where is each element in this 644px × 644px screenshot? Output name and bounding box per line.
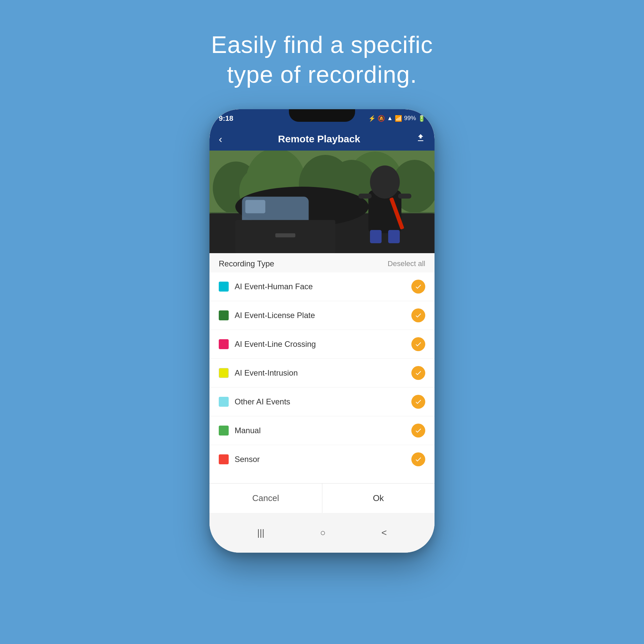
camera-thumbnail bbox=[209, 151, 435, 253]
ok-button[interactable]: Ok bbox=[322, 483, 435, 513]
page-title: Remote Playback bbox=[278, 133, 360, 145]
recording-type-label: Recording Type bbox=[219, 259, 274, 268]
check-line-crossing[interactable] bbox=[411, 337, 425, 351]
svg-rect-11 bbox=[245, 200, 265, 213]
list-item[interactable]: Other AI Events bbox=[209, 388, 435, 416]
mute-icon: 🔕 bbox=[378, 115, 385, 122]
svg-rect-20 bbox=[388, 230, 400, 243]
app-header: ‹ Remote Playback bbox=[209, 127, 435, 151]
bottom-dialog: Cancel Ok bbox=[209, 483, 435, 513]
status-time: 9:18 bbox=[219, 114, 233, 123]
check-license-plate[interactable] bbox=[411, 308, 425, 322]
nav-back-icon[interactable]: < bbox=[381, 528, 387, 538]
phone-notch bbox=[289, 109, 355, 122]
battery-icon: 🔋 bbox=[418, 115, 425, 122]
list-item[interactable]: AI Event-Line Crossing bbox=[209, 330, 435, 359]
color-swatch-intrusion bbox=[219, 368, 229, 378]
item-label-intrusion: AI Event-Intrusion bbox=[235, 368, 298, 378]
color-swatch-human-face bbox=[219, 282, 229, 292]
item-label-manual: Manual bbox=[235, 426, 261, 435]
status-icons: ⚡ 🔕 ▲ 📶 99% 🔋 bbox=[368, 115, 425, 122]
nav-menu-icon[interactable]: ||| bbox=[257, 528, 264, 538]
item-label-license-plate: AI Event-License Plate bbox=[235, 311, 315, 320]
list-item[interactable]: AI Event-Intrusion bbox=[209, 359, 435, 388]
cancel-button[interactable]: Cancel bbox=[209, 483, 322, 513]
color-swatch-line-crossing bbox=[219, 339, 229, 349]
check-sensor[interactable] bbox=[411, 452, 425, 466]
svg-rect-18 bbox=[398, 194, 411, 199]
item-label-other-ai: Other AI Events bbox=[235, 397, 290, 406]
list-item[interactable]: AI Event-Human Face bbox=[209, 272, 435, 301]
phone-mockup: 9:18 ⚡ 🔕 ▲ 📶 99% 🔋 ‹ Remote Playback bbox=[209, 109, 435, 553]
phone-body: 9:18 ⚡ 🔕 ▲ 📶 99% 🔋 ‹ Remote Playback bbox=[209, 109, 435, 553]
item-label-human-face: AI Event-Human Face bbox=[235, 282, 313, 291]
item-label-sensor: Sensor bbox=[235, 455, 260, 464]
check-manual[interactable] bbox=[411, 424, 425, 437]
wifi-icon: ▲ bbox=[387, 115, 393, 122]
nav-home-icon[interactable]: ○ bbox=[320, 528, 326, 538]
bluetooth-icon: ⚡ bbox=[368, 115, 376, 122]
svg-rect-13 bbox=[275, 233, 295, 237]
color-swatch-other-ai bbox=[219, 397, 229, 407]
recording-type-header: Recording Type Deselect all bbox=[209, 253, 435, 272]
svg-rect-17 bbox=[358, 194, 372, 199]
color-swatch-sensor bbox=[219, 454, 229, 464]
download-button[interactable] bbox=[416, 133, 425, 145]
list-item[interactable]: AI Event-License Plate bbox=[209, 301, 435, 330]
headline: Easily find a specific type of recording… bbox=[211, 30, 433, 89]
back-button[interactable]: ‹ bbox=[219, 133, 222, 145]
battery-level: 99% bbox=[404, 115, 416, 122]
color-swatch-manual bbox=[219, 426, 229, 436]
list-item[interactable]: Manual bbox=[209, 416, 435, 445]
svg-point-15 bbox=[370, 165, 400, 199]
item-label-line-crossing: AI Event-Line Crossing bbox=[235, 340, 316, 349]
recording-list: Recording Type Deselect all AI Event-Hum… bbox=[209, 253, 435, 513]
check-intrusion[interactable] bbox=[411, 366, 425, 380]
check-other-ai[interactable] bbox=[411, 395, 425, 409]
check-human-face[interactable] bbox=[411, 280, 425, 294]
list-item-sensor[interactable]: Sensor bbox=[209, 445, 435, 474]
nav-bar: ||| ○ < bbox=[209, 513, 435, 553]
deselect-all-button[interactable]: Deselect all bbox=[388, 259, 425, 268]
svg-rect-19 bbox=[370, 230, 382, 243]
color-swatch-license-plate bbox=[219, 310, 229, 320]
phone-screen: 9:18 ⚡ 🔕 ▲ 📶 99% 🔋 ‹ Remote Playback bbox=[209, 109, 435, 553]
signal-icon: 📶 bbox=[395, 115, 402, 122]
